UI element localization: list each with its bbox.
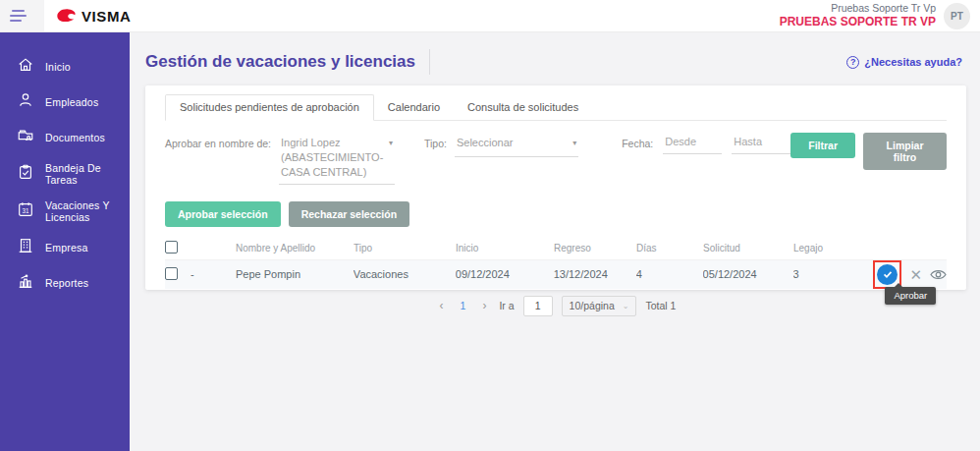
col-header-legajo: Legajo: [793, 243, 874, 254]
view-eye-icon[interactable]: [930, 268, 947, 281]
row-tipo: Vacaciones: [354, 268, 456, 280]
row-solicitud: 05/12/2024: [703, 268, 793, 280]
pagination-prev-icon[interactable]: ‹: [436, 299, 448, 312]
aprobar-tooltip: Aprobar: [885, 287, 936, 305]
row-dias: 4: [636, 268, 703, 280]
tab-consulta-solicitudes[interactable]: Consulta de solicitudes: [454, 95, 592, 120]
chevron-down-icon: ⌄: [623, 302, 629, 310]
sidebar: Inicio Empleados Documentos Bandeja De T…: [0, 32, 130, 451]
sidebar-item-label: Vacaciones Y Licencias: [45, 199, 130, 223]
page-header: Gestión de vacaciones y licencias ? ¿Nec…: [130, 32, 980, 75]
pagination-page-1[interactable]: 1: [457, 300, 470, 311]
reports-icon: [17, 272, 34, 294]
tipo-select-placeholder: Seleccionar: [457, 137, 513, 148]
tipo-label: Tipo:: [424, 138, 447, 149]
visma-logo-text: VISMA: [82, 8, 132, 25]
sidebar-item-empleados[interactable]: Empleados: [0, 85, 130, 120]
sidebar-item-reportes[interactable]: Reportes: [0, 265, 130, 301]
app-screen: VISMA Pruebas Soporte Tr Vp PRUEBAS SOPO…: [0, 0, 980, 451]
main-content: Gestión de vacaciones y licencias ? ¿Nec…: [130, 32, 980, 451]
requests-table: Nombre y Apellido Tipo Inicio Regreso Dí…: [165, 238, 947, 289]
tab-calendario[interactable]: Calendario: [374, 95, 454, 120]
behalf-select[interactable]: Ingrid Lopez (ABASTECIMIENTO-CASA CENTRA…: [279, 133, 395, 185]
pagination-goto-input[interactable]: [523, 296, 553, 316]
fecha-hasta-input[interactable]: [732, 133, 790, 154]
chevron-down-icon: ▾: [389, 139, 393, 149]
vacations-card: Solicitudes pendientes de aprobación Cal…: [145, 85, 966, 290]
sidebar-item-label: Inicio: [45, 61, 71, 73]
user-name-secondary: Pruebas Soporte Tr Vp: [780, 2, 936, 15]
sidebar-item-documentos[interactable]: Documentos: [0, 120, 130, 155]
row-legajo: 3: [793, 268, 874, 280]
sidebar-item-label: Empresa: [45, 242, 87, 254]
sidebar-item-vacaciones-y-licencias[interactable]: 31 Vacaciones Y Licencias: [0, 193, 130, 230]
sidebar-item-label: Documentos: [45, 132, 105, 143]
page-title: Gestión de vacaciones y licencias: [145, 52, 415, 72]
page-size-value: 10/página: [570, 300, 615, 311]
fecha-label: Fecha:: [622, 138, 653, 149]
sidebar-item-empresa[interactable]: Empresa: [0, 230, 130, 265]
help-link-label: ¿Necesitas ayuda?: [864, 56, 962, 68]
documents-icon: [17, 127, 34, 148]
title-divider: [429, 49, 430, 75]
user-names: Pruebas Soporte Tr Vp PRUEBAS SOPORTE TR…: [780, 2, 936, 29]
pagination: ‹ 1 › Ir a 10/página ⌄ Total 1: [165, 296, 947, 316]
approve-check-icon[interactable]: [877, 264, 898, 285]
sidebar-item-inicio[interactable]: Inicio: [0, 49, 130, 85]
col-header-nombre: Nombre y Apellido: [236, 243, 354, 254]
question-mark-icon: ?: [846, 56, 859, 69]
tab-bar: Solicitudes pendientes de aprobación Cal…: [165, 85, 947, 121]
hamburger-menu-icon[interactable]: [0, 0, 44, 31]
col-header-solicitud: Solicitud: [703, 243, 793, 254]
sidebar-item-bandeja-de-tareas[interactable]: Bandeja De Tareas: [0, 155, 130, 193]
limpiar-filtro-button[interactable]: Limpiar filtro: [863, 133, 947, 170]
topbar: VISMA Pruebas Soporte Tr Vp PRUEBAS SOPO…: [0, 0, 980, 32]
visma-logo: VISMA: [56, 8, 132, 25]
row-nombre: Pepe Pompin: [236, 268, 354, 280]
behalf-label: Aprobar en nombre de:: [165, 138, 271, 149]
visma-swoosh-icon: [56, 8, 77, 24]
sidebar-item-label: Bandeja De Tareas: [45, 162, 130, 186]
tipo-select[interactable]: Seleccionar ▾: [455, 133, 578, 157]
table-row: - Pepe Pompin Vacaciones 09/12/2024 13/1…: [165, 259, 947, 289]
row-dash: -: [191, 268, 236, 280]
row-checkbox[interactable]: [165, 267, 178, 280]
fecha-desde-input[interactable]: [663, 133, 722, 154]
aprobar-seleccion-button[interactable]: Aprobar selección: [165, 201, 281, 227]
filters-row: Aprobar en nombre de: Ingrid Lopez (ABAS…: [165, 133, 947, 185]
tab-solicitudes-pendientes[interactable]: Solicitudes pendientes de aprobación: [165, 94, 374, 121]
row-actions: ✕ Aprobar: [873, 260, 947, 289]
pagination-total: Total 1: [645, 300, 676, 311]
col-header-inicio: Inicio: [456, 243, 554, 254]
pagination-next-icon[interactable]: ›: [478, 299, 490, 312]
select-all-checkbox[interactable]: [165, 241, 178, 254]
home-icon: [17, 56, 34, 78]
filtrar-button[interactable]: Filtrar: [790, 133, 855, 158]
row-inicio: 09/12/2024: [456, 268, 554, 280]
company-icon: [17, 237, 34, 258]
help-link[interactable]: ? ¿Necesitas ayuda?: [846, 56, 962, 69]
tasks-icon: [17, 163, 34, 185]
sidebar-item-label: Empleados: [45, 96, 98, 108]
col-header-regreso: Regreso: [554, 243, 636, 254]
sidebar-item-label: Reportes: [45, 277, 88, 289]
user-name-primary: PRUEBAS SOPORTE TR VP: [780, 15, 936, 29]
chevron-down-icon: ▾: [572, 139, 576, 149]
table-header-row: Nombre y Apellido Tipo Inicio Regreso Dí…: [165, 238, 947, 259]
svg-text:31: 31: [22, 207, 29, 214]
behalf-select-value: Ingrid Lopez (ABASTECIMIENTO-CASA CENTRA…: [281, 137, 383, 178]
selection-actions: Aprobar selección Rechazar selección: [165, 201, 947, 227]
avatar[interactable]: PT: [944, 3, 970, 29]
col-header-dias: Días: [636, 243, 703, 254]
topbar-user-area: Pruebas Soporte Tr Vp PRUEBAS SOPORTE TR…: [780, 2, 970, 29]
rechazar-seleccion-button[interactable]: Rechazar selección: [289, 201, 409, 227]
person-icon: [17, 91, 34, 113]
pagination-goto-label: Ir a: [499, 300, 514, 311]
row-regreso: 13/12/2024: [554, 268, 636, 280]
calendar-31-icon: 31: [17, 200, 34, 222]
reject-x-icon[interactable]: ✕: [909, 267, 922, 282]
page-size-select[interactable]: 10/página ⌄: [562, 296, 637, 316]
col-header-tipo: Tipo: [354, 243, 456, 254]
